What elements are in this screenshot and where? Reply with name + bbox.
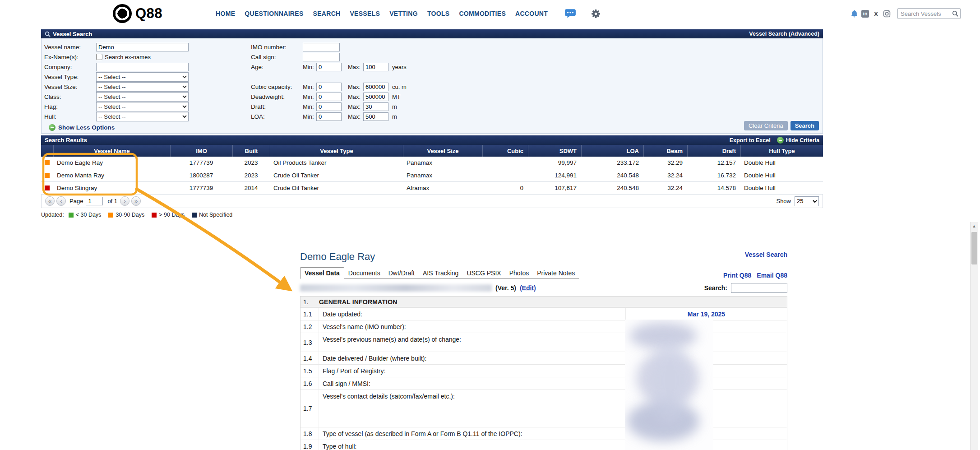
- back-to-vessel-search-link[interactable]: Vessel Search: [745, 251, 787, 258]
- table-row[interactable]: Demo Eagle Ray 1777739 2023 Oil Products…: [41, 157, 823, 169]
- hull-select[interactable]: -- Select --: [96, 112, 189, 121]
- nav-account[interactable]: ACCOUNT: [515, 10, 548, 17]
- cell-vessel-name[interactable]: Demo Eagle Ray: [53, 157, 170, 169]
- call-sign-input[interactable]: [303, 53, 340, 61]
- search-icon[interactable]: [952, 10, 958, 17]
- cell-vessel-name[interactable]: Demo Stingray: [53, 182, 170, 194]
- tab-private-notes[interactable]: Private Notes: [533, 268, 579, 278]
- cell-loa: 240.548: [581, 182, 643, 194]
- app-header: Q88 HOME QUESTIONNAIRES SEARCH VESSELS V…: [0, 0, 980, 27]
- advanced-search-link[interactable]: Vessel Search (Advanced): [749, 31, 819, 37]
- tab-documents[interactable]: Documents: [344, 268, 384, 278]
- question-row: 1.7 Vessel's contact details (satcom/fax…: [300, 390, 787, 427]
- chat-icon[interactable]: [564, 9, 576, 19]
- updated-legend: Updated: < 30 Days 30-90 Days > 90 Days …: [41, 212, 823, 218]
- pager-last-icon[interactable]: [131, 196, 141, 206]
- tab-ais-tracking[interactable]: AIS Tracking: [419, 268, 462, 278]
- question-row: 1.6 Call sign / MMSI:: [300, 377, 787, 390]
- detail-action-links: Print Q88 Email Q88: [723, 272, 787, 279]
- dwt-min-input[interactable]: [316, 93, 342, 101]
- tab-dwt-draft[interactable]: Dwt/Draft: [384, 268, 419, 278]
- loa-min-label: Min:: [303, 113, 316, 120]
- show-less-options-link[interactable]: Show Less Options: [49, 124, 115, 131]
- age-min-input[interactable]: [316, 63, 342, 71]
- tab-uscg-psix[interactable]: USCG PSIX: [462, 268, 505, 278]
- draft-unit: m: [392, 103, 397, 110]
- tab-vessel-data[interactable]: Vessel Data: [300, 267, 344, 279]
- hide-criteria-link[interactable]: Hide Criteria: [777, 137, 819, 144]
- results-column-headers: Vessel Name IMO Built Vessel Type Vessel…: [41, 145, 823, 157]
- col-beam[interactable]: Beam: [643, 145, 687, 157]
- dwt-max-input[interactable]: [363, 93, 388, 101]
- vertical-scrollbar[interactable]: [970, 222, 978, 450]
- loa-min-input[interactable]: [316, 112, 342, 121]
- col-loa[interactable]: LOA: [581, 145, 643, 157]
- nav-tools[interactable]: TOOLS: [427, 10, 449, 17]
- cubic-min-input[interactable]: [316, 83, 342, 91]
- draft-max-input[interactable]: [363, 102, 388, 111]
- q88-logo[interactable]: Q88: [113, 4, 162, 23]
- search-ex-names-checkbox[interactable]: [96, 54, 102, 60]
- vessel-size-select[interactable]: -- Select --: [96, 82, 189, 92]
- call-sign-label: Call sign:: [251, 54, 303, 60]
- vessel-type-select[interactable]: -- Select --: [96, 72, 189, 82]
- instagram-icon[interactable]: [883, 10, 891, 18]
- class-select[interactable]: -- Select --: [96, 92, 189, 102]
- email-q88-link[interactable]: Email Q88: [757, 272, 787, 279]
- col-vessel-name[interactable]: Vessel Name: [53, 145, 170, 157]
- x-twitter-icon[interactable]: [872, 10, 880, 18]
- export-to-excel-link[interactable]: Export to Excel: [730, 137, 771, 144]
- flag-select[interactable]: -- Select --: [96, 102, 189, 111]
- col-sdwt[interactable]: SDWT: [528, 145, 581, 157]
- draft-min-input[interactable]: [316, 102, 342, 111]
- pager-next-icon[interactable]: [120, 196, 129, 206]
- col-built[interactable]: Built: [232, 145, 270, 157]
- age-max-input[interactable]: [363, 63, 388, 71]
- collapse-icon: [49, 124, 55, 131]
- legend-item: Not Specified: [192, 212, 232, 218]
- nav-search[interactable]: SEARCH: [313, 10, 341, 17]
- table-row[interactable]: Demo Manta Ray 1800287 2023 Crude Oil Ta…: [41, 169, 823, 182]
- vessel-name-input[interactable]: [96, 43, 189, 51]
- pager-first-icon[interactable]: [45, 196, 55, 206]
- col-vessel-type[interactable]: Vessel Type: [270, 145, 403, 157]
- tab-photos[interactable]: Photos: [505, 268, 533, 278]
- company-input[interactable]: [96, 63, 189, 71]
- col-draft[interactable]: Draft: [687, 145, 740, 157]
- search-button[interactable]: Search: [790, 121, 819, 130]
- cubic-max-input[interactable]: [363, 83, 388, 91]
- page-size-select[interactable]: 25: [795, 196, 819, 206]
- settings-gear-icon[interactable]: [591, 9, 601, 19]
- vessel-name-row: Vessel name:: [44, 42, 238, 52]
- nav-home[interactable]: HOME: [216, 10, 235, 17]
- table-row[interactable]: Demo Stingray 1777739 2014 Crude Oil Tan…: [41, 182, 823, 195]
- cubic-min-label: Min:: [303, 84, 316, 90]
- detail-search-input[interactable]: [731, 283, 787, 293]
- cell-beam: 32.29: [643, 157, 687, 169]
- cubic-row: Cubic capacity: Min: Max: cu. m: [251, 82, 540, 92]
- scroll-up-icon[interactable]: [971, 222, 978, 230]
- linkedin-icon[interactable]: [861, 10, 869, 18]
- col-imo[interactable]: IMO: [170, 145, 232, 157]
- nav-questionnaires[interactable]: QUESTIONNAIRES: [245, 10, 303, 17]
- loa-max-input[interactable]: [363, 112, 388, 121]
- col-cubic[interactable]: Cubic: [482, 145, 528, 157]
- scrollbar-thumb[interactable]: [971, 232, 977, 264]
- col-hull-type[interactable]: Hull Type: [740, 145, 823, 157]
- edit-link[interactable]: (Edit): [520, 284, 536, 292]
- notifications-bell-icon[interactable]: [851, 10, 858, 18]
- print-q88-link[interactable]: Print Q88: [723, 272, 751, 279]
- pager-prev-icon[interactable]: [56, 196, 66, 206]
- col-vessel-size[interactable]: Vessel Size: [403, 145, 482, 157]
- question-number: 1.2: [300, 320, 319, 333]
- nav-vessels[interactable]: VESSELS: [350, 10, 380, 17]
- page-number-input[interactable]: [86, 197, 103, 205]
- search-vessels-input[interactable]: [897, 8, 961, 19]
- nav-vetting[interactable]: VETTING: [389, 10, 418, 17]
- cell-vessel-name[interactable]: Demo Manta Ray: [53, 169, 170, 181]
- hide-criteria-icon: [777, 137, 784, 144]
- imo-input[interactable]: [303, 43, 340, 51]
- vessel-size-row: Vessel Size: -- Select --: [44, 82, 238, 92]
- nav-commodities[interactable]: COMMODITIES: [459, 10, 506, 17]
- clear-criteria-button[interactable]: Clear Criteria: [744, 121, 788, 130]
